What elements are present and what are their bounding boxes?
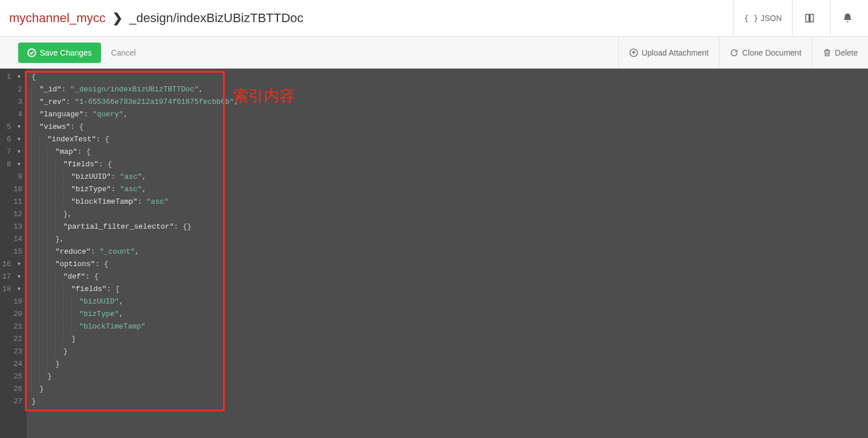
cancel-button[interactable]: Cancel (111, 48, 136, 57)
gutter-line: 6 ▾ (2, 133, 22, 146)
code-line[interactable]: "bizUUID", (31, 296, 868, 308)
indent-guide (55, 346, 56, 358)
gutter-line: 12 (2, 208, 22, 221)
fold-marker-icon[interactable]: ▾ (15, 271, 21, 283)
code-line[interactable]: "bizUUID": "asc", (31, 171, 868, 183)
notifications-button[interactable] (830, 0, 868, 36)
indent-guide (31, 146, 32, 158)
fold-marker-icon[interactable]: ▾ (15, 146, 21, 158)
indent-guide (31, 171, 32, 183)
code-line[interactable]: }, (31, 208, 868, 221)
code-line[interactable]: "views": { (31, 121, 868, 133)
code-line[interactable]: "fields": { (31, 158, 868, 171)
token-punct: : { (77, 146, 90, 158)
gutter-line: 18 ▾ (2, 283, 22, 296)
json-toggle-button[interactable]: { } JSON (733, 0, 792, 36)
code-line[interactable]: "map": { (31, 146, 868, 158)
book-icon (804, 12, 815, 24)
indent-guide (47, 233, 48, 246)
gutter-line: 24 (2, 358, 22, 370)
gutter-line: 11 (2, 196, 22, 208)
indent-guide (31, 83, 32, 96)
breadcrumb: mychannel_mycc ❯ _design/indexBizUBizTBT… (9, 11, 733, 26)
code-line[interactable]: "_id": "_design/indexBizUBizTBTTDoc", (31, 83, 868, 96)
fold-marker-icon[interactable]: ▾ (15, 121, 21, 133)
code-line[interactable]: { (31, 71, 868, 83)
indent-guide (31, 333, 32, 346)
fold-marker-icon[interactable]: ▾ (15, 133, 21, 146)
braces-icon: { } (744, 14, 758, 23)
token-string: "bizType" (79, 308, 119, 321)
indent-guide (55, 171, 56, 183)
code-line[interactable]: "reduce": "_count", (31, 246, 868, 258)
code-line[interactable]: } (31, 395, 868, 408)
token-punct: ] (71, 333, 75, 346)
editor-code-area[interactable]: {"_id": "_design/indexBizUBizTBTTDoc","_… (27, 69, 868, 438)
upload-attachment-button[interactable]: Upload Attachment (618, 37, 719, 68)
gutter-line: 9 (2, 171, 22, 183)
code-line[interactable]: } (31, 370, 868, 383)
gutter-line: 19 (2, 296, 22, 308)
breadcrumb-database-link[interactable]: mychannel_mycc (9, 11, 106, 26)
indent-guide (47, 346, 48, 358)
token-punct: : (83, 108, 92, 121)
token-punct: , (199, 83, 203, 96)
code-line[interactable]: }, (31, 233, 868, 246)
token-punct: , (142, 183, 146, 196)
indent-guide (47, 171, 48, 183)
code-line[interactable]: "bizType", (31, 308, 868, 321)
fold-marker-icon[interactable]: ▾ (15, 158, 21, 171)
fold-marker-icon[interactable]: ▾ (15, 283, 21, 296)
code-line[interactable]: "blockTimeTamp": "asc" (31, 196, 868, 208)
code-line[interactable]: "partial_filter_selector": {} (31, 221, 868, 233)
code-line[interactable]: } (31, 358, 868, 370)
code-line[interactable]: "indexTest": { (31, 133, 868, 146)
clone-document-button[interactable]: Clone Document (719, 37, 811, 68)
header-actions: { } JSON (733, 0, 868, 36)
token-key: "_id" (39, 83, 61, 96)
indent-guide (31, 108, 32, 121)
indent-guide (39, 233, 40, 246)
code-editor[interactable]: 1 ▾2 3 4 5 ▾6 ▾7 ▾8 ▾9 10 11 12 13 14 15… (0, 69, 868, 438)
token-key: "partial_filter_selector" (63, 221, 174, 233)
bell-icon (842, 12, 853, 24)
code-line[interactable]: ] (31, 333, 868, 346)
code-line[interactable]: "language": "query", (31, 108, 868, 121)
token-punct: : (66, 96, 75, 108)
indent-guide (63, 171, 64, 183)
code-line[interactable]: "fields": [ (31, 283, 868, 296)
delete-button[interactable]: Delete (812, 37, 868, 68)
indent-guide (39, 133, 40, 146)
token-string: "_count" (99, 246, 134, 258)
api-docs-button[interactable] (792, 0, 830, 36)
code-line[interactable]: "def": { (31, 271, 868, 283)
fold-marker-icon[interactable]: ▾ (15, 258, 21, 271)
code-line[interactable]: } (31, 346, 868, 358)
indent-guide (31, 133, 32, 146)
token-punct: : {} (174, 221, 191, 233)
indent-guide (55, 296, 56, 308)
gutter-line: 2 (2, 83, 22, 96)
code-line[interactable]: "bizType": "asc", (31, 183, 868, 196)
code-line[interactable]: } (31, 383, 868, 395)
indent-guide (31, 383, 32, 395)
code-line[interactable]: "options": { (31, 258, 868, 271)
gutter-line: 20 (2, 308, 22, 321)
token-key: "options" (55, 258, 95, 271)
code-line[interactable]: "_rev": "1-655366e783e212a1974f61875fecb… (31, 96, 868, 108)
token-string: "bizUUID" (79, 296, 119, 308)
gutter-line: 8 ▾ (2, 158, 22, 171)
save-label: Save Changes (40, 48, 92, 57)
token-string: "query" (92, 108, 124, 121)
indent-guide (63, 333, 64, 346)
indent-guide (47, 183, 48, 196)
gutter-line: 10 (2, 183, 22, 196)
indent-guide (63, 321, 64, 333)
toolbar-right: Upload Attachment Clone Document Delete (618, 37, 868, 68)
code-line[interactable]: "blockTimeTamp" (31, 321, 868, 333)
save-button[interactable]: Save Changes (18, 43, 101, 63)
indent-guide (31, 296, 32, 308)
indent-guide (31, 370, 32, 383)
token-punct: : (137, 196, 146, 208)
fold-marker-icon[interactable]: ▾ (15, 71, 21, 83)
